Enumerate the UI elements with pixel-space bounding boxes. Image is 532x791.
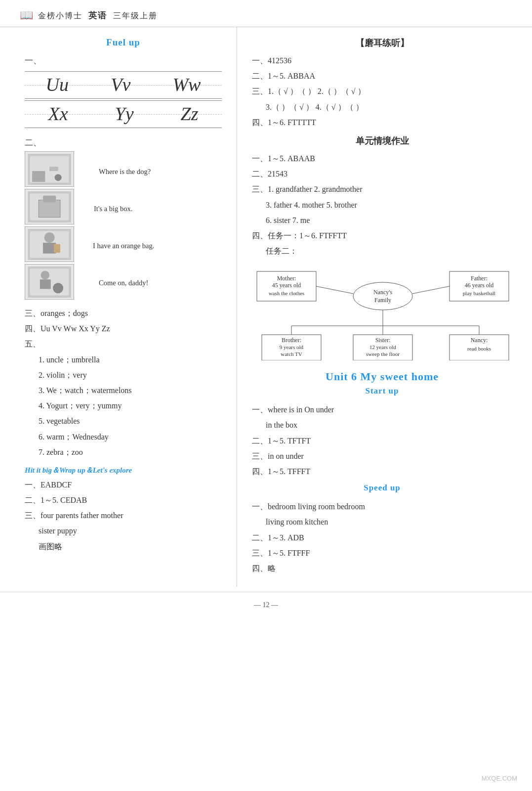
section2-title: Hit it big＆Wrap up＆Let's explore — [25, 466, 222, 475]
svg-point-24 — [353, 282, 412, 310]
svg-text:play basketball: play basketball — [463, 290, 495, 296]
svg-rect-3 — [49, 167, 58, 171]
u6-answer-3: 三、in on under — [252, 449, 512, 463]
svg-text:9 years old: 9 years old — [280, 344, 304, 350]
s2-answer-3a: 三、four parents father mother — [25, 509, 222, 522]
svg-rect-13 — [54, 244, 60, 253]
answer-5-label: 五、 — [25, 337, 222, 351]
num1-label: 一、 — [25, 55, 222, 66]
svg-text:Nancy:: Nancy: — [471, 337, 488, 344]
header-icon: 📖 — [20, 9, 33, 22]
u6-answer-2: 二、1～5. TFTFT — [252, 434, 512, 447]
answer-5-2: 2. violin；very — [39, 368, 222, 382]
svg-rect-17 — [40, 279, 51, 289]
letter-Zz: Zz — [181, 104, 199, 125]
watermark: MXQE.COM — [482, 775, 517, 782]
page: 📖 金榜小博士 英语 三年级上册 Fuel up 一、 Uu Vv Ww — [0, 0, 532, 791]
sp-answer-3: 三、1～5. FTFFF — [252, 546, 512, 560]
start-up-title: Start up — [252, 386, 512, 396]
unit6-header: Unit 6 My sweet home — [252, 370, 512, 383]
r-answer-3-label: 三、1.（ √ ）（ ） 2.（ ）（ √ ） — [252, 85, 512, 98]
book-subject: 英语 — [88, 11, 107, 20]
svg-text:read books: read books — [467, 346, 491, 352]
image1-svg — [28, 154, 71, 185]
answer-5-items: 1. uncle；umbrella 2. violin；very 3. We；w… — [25, 353, 222, 459]
caption-2: It's a big box. — [84, 200, 222, 215]
r-answer-3b: 3.（ ）（ √ ） 4.（ √ ）（ ） — [266, 100, 512, 114]
svg-text:12 years old: 12 years old — [369, 344, 396, 350]
s-answer-4a: 四、任务一：1～6. FTFFTT — [252, 229, 512, 242]
sp-answer-2: 二、1～3. ADB — [252, 531, 512, 544]
svg-text:sweep the floor: sweep the floor — [366, 351, 400, 357]
svg-text:Brother:: Brother: — [282, 337, 301, 344]
page-footer: — 12 — — [0, 592, 532, 613]
s-answer-3c: 6. sister 7. me — [266, 214, 512, 227]
svg-rect-8 — [43, 195, 56, 202]
r-answer-2: 二、1～5. ABBAA — [252, 69, 512, 83]
image4-svg — [28, 266, 71, 298]
sp-answer-1a: 一、bedroom living room bedroom — [252, 500, 512, 513]
mao-title: 【磨耳练听】 — [252, 37, 512, 49]
s-answer-2: 二、21543 — [252, 167, 512, 180]
svg-point-18 — [53, 283, 63, 293]
page-number: — 12 — — [254, 601, 278, 609]
left-column: Fuel up 一、 Uu Vv Ww Xx Yy Zz — [0, 27, 237, 587]
letter-Xx: Xx — [48, 104, 68, 125]
caption-3: I have an orange bag. — [84, 237, 222, 252]
s-answer-3b: 3. father 4. mother 5. brother — [266, 198, 512, 212]
image-3 — [25, 226, 74, 262]
num2-label: 二、 — [25, 137, 222, 148]
image-4 — [25, 264, 74, 300]
u6-answer-1b: in the box — [266, 418, 512, 432]
answer-5-5: 5. vegetables — [39, 414, 222, 428]
content-area: Fuel up 一、 Uu Vv Ww Xx Yy Zz — [0, 27, 532, 587]
s-answer-4b: 任务二： — [266, 244, 512, 258]
caption-1: Where is the dog? — [84, 163, 222, 177]
s-answer-3-label: 三、1. grandfather 2. grandmother — [252, 182, 512, 196]
s2-answer-2: 二、1～5. CEDAB — [25, 493, 222, 507]
images-captions-section: Where is the dog? It's a big box. I have… — [25, 151, 222, 300]
letter-Uu: Uu — [46, 75, 69, 95]
sp-answer-1b: living room kitchen — [266, 515, 512, 528]
svg-text:45 years old: 45 years old — [272, 282, 301, 289]
svg-line-27 — [412, 286, 450, 294]
answer-5-4: 4. Yogurt；very；yummy — [39, 399, 222, 412]
svg-text:Nancy's: Nancy's — [373, 289, 392, 296]
speed-up-title: Speed up — [252, 483, 512, 493]
svg-text:Sister:: Sister: — [375, 337, 391, 344]
svg-point-16 — [41, 270, 50, 279]
r-answer-1: 一、412536 — [252, 54, 512, 67]
answer-3: 三、oranges；dogs — [25, 307, 222, 320]
svg-text:46 years old: 46 years old — [465, 282, 494, 289]
letter-Yy: Yy — [115, 104, 134, 125]
answer-5-1: 1. uncle；umbrella — [39, 353, 222, 366]
image-2 — [25, 189, 74, 224]
family-tree-svg: Mother: 45 years old wash the clothes Na… — [252, 262, 514, 360]
svg-point-11 — [44, 232, 55, 243]
image-stack — [25, 151, 74, 300]
book-title-cn: 金榜小博士 — [38, 11, 82, 20]
svg-text:Family: Family — [374, 297, 391, 304]
answer-5-3: 3. We；watch；watermelons — [39, 384, 222, 397]
svg-rect-7 — [39, 200, 60, 217]
image2-svg — [28, 191, 71, 222]
svg-point-4 — [55, 174, 62, 181]
r-answer-4: 四、1～6. FTTTTT — [252, 116, 512, 129]
letter-Vv: Vv — [111, 75, 130, 95]
image3-svg — [28, 229, 71, 260]
header: 📖 金榜小博士 英语 三年级上册 — [0, 0, 532, 27]
letter-Ww: Ww — [172, 75, 201, 95]
svg-text:wash the clothes: wash the clothes — [269, 290, 305, 296]
captions-section: Where is the dog? It's a big box. I have… — [74, 151, 222, 300]
s2-answer-1: 一、EABDCF — [25, 478, 222, 491]
book-grade: 三年级上册 — [113, 11, 158, 20]
svg-line-23 — [316, 286, 353, 294]
u6-answer-1a: 一、where is in On under — [252, 403, 512, 416]
s2-note: 画图略 — [39, 540, 222, 553]
caption-4: Come on, daddy! — [84, 274, 222, 289]
s2-answer-3b: sister puppy — [39, 524, 222, 537]
answer-5-7: 7. zebra；zoo — [39, 445, 222, 459]
svg-text:Father:: Father: — [471, 275, 488, 282]
s-answer-1: 一、1～5. ABAAB — [252, 152, 512, 165]
svg-rect-2 — [32, 171, 45, 182]
